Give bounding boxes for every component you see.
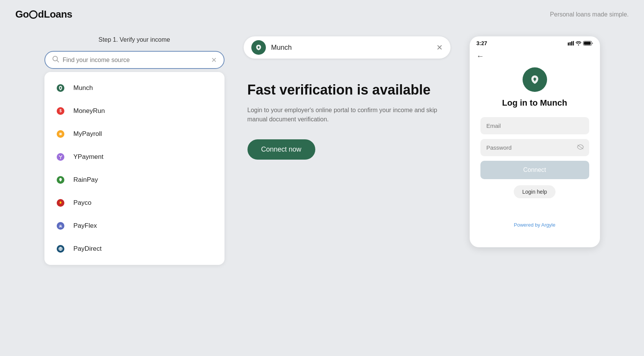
phone-status-icons: [568, 41, 593, 46]
list-item-name-payco: Payco: [74, 199, 92, 207]
list-item-name-moneyrun: MoneyRun: [74, 107, 105, 115]
phone-connect-button[interactable]: Connect: [480, 161, 589, 179]
svg-point-5: [57, 130, 64, 138]
list-item-logo-payflex: [54, 219, 67, 233]
list-item-name-mypayroll: MyPayroll: [74, 130, 102, 138]
list-item-name-ypayment: YPayment: [74, 153, 103, 161]
password-toggle-icon[interactable]: [577, 144, 584, 151]
logo-o: [29, 10, 38, 19]
phone-email-input[interactable]: [480, 117, 589, 134]
search-clear-icon[interactable]: ✕: [211, 56, 217, 64]
phone-login-help-button[interactable]: Login help: [514, 185, 556, 198]
list-item-name-paydirect: PayDirect: [74, 245, 102, 253]
verification-title: Fast verification is available: [247, 82, 447, 98]
list-item-moneyrun[interactable]: $ MoneyRun: [44, 100, 224, 122]
phone-login-title: Log in to Munch: [502, 98, 567, 108]
svg-rect-16: [569, 42, 570, 46]
left-panel: Step 1. Verify your income ✕ Munch $ Mon…: [44, 36, 224, 265]
list-item-name-rainpay: RainPay: [74, 176, 98, 184]
company-header-bar: Munch ✕: [244, 36, 451, 59]
svg-rect-21: [584, 42, 591, 45]
phone-app-logo: [523, 67, 547, 92]
phone-time: 3:27: [477, 40, 487, 46]
list-item-paydirect[interactable]: PayDirect: [44, 237, 224, 260]
list-item-rainpay[interactable]: RainPay: [44, 168, 224, 191]
list-item-ypayment[interactable]: YPayment: [44, 145, 224, 168]
step-label: Step 1. Verify your income: [44, 36, 224, 43]
svg-text:$: $: [59, 109, 62, 113]
header: GodLoans Personal loans made simple.: [0, 0, 644, 29]
list-item-logo-ypayment: [54, 150, 67, 164]
list-item-logo-munch: [54, 81, 67, 95]
verification-content: Fast verification is available Login to …: [244, 74, 451, 167]
phone-status-bar: 3:27: [470, 36, 600, 49]
right-panel: 3:27: [470, 36, 600, 247]
svg-line-1: [57, 60, 59, 62]
list-item-logo-rainpay: [54, 173, 67, 187]
list-item-payco[interactable]: Payco: [44, 191, 224, 214]
income-source-list: Munch $ MoneyRun MyPayroll YPayment Rain…: [44, 72, 224, 265]
list-item-logo-paydirect: [54, 242, 67, 256]
company-name: Munch: [271, 44, 436, 52]
phone-powered-section: Powered by Argyle: [503, 221, 566, 228]
list-item-logo-payco: [54, 196, 67, 210]
search-input[interactable]: [63, 57, 211, 64]
search-box: ✕: [44, 51, 224, 69]
svg-rect-17: [571, 41, 572, 46]
list-item-mypayroll[interactable]: MyPayroll: [44, 122, 224, 145]
phone-back-button[interactable]: ←: [470, 49, 600, 64]
list-item-name-munch: Munch: [74, 84, 93, 92]
phone-login-content: Log in to Munch Connect Login help Power…: [470, 64, 600, 236]
list-item-payflex[interactable]: PayFlex: [44, 214, 224, 237]
logo: GodLoans: [15, 8, 72, 20]
list-item-name-payflex: PayFlex: [74, 222, 97, 230]
middle-panel: Munch ✕ Fast verification is available L…: [240, 36, 454, 266]
phone-mockup: 3:27: [470, 36, 600, 247]
company-close-icon[interactable]: ✕: [436, 43, 443, 52]
tagline: Personal loans made simple.: [550, 11, 629, 18]
svg-rect-18: [573, 41, 574, 46]
list-item-munch[interactable]: Munch: [44, 77, 224, 100]
powered-by-argyle-link[interactable]: Powered by Argyle: [514, 222, 555, 228]
list-item-logo-moneyrun: $: [54, 104, 67, 118]
svg-point-0: [53, 56, 57, 61]
phone-password-wrap: [480, 139, 589, 156]
phone-password-input[interactable]: [480, 139, 589, 156]
list-item-logo-mypayroll: [54, 127, 67, 141]
connect-now-button[interactable]: Connect now: [247, 139, 315, 160]
main-content: Step 1. Verify your income ✕ Munch $ Mon…: [0, 29, 644, 281]
svg-rect-15: [568, 42, 569, 46]
search-icon: [52, 56, 59, 64]
verification-description: Login to your employer's online portal t…: [247, 106, 447, 124]
svg-point-19: [578, 44, 579, 46]
company-logo: [251, 40, 266, 55]
